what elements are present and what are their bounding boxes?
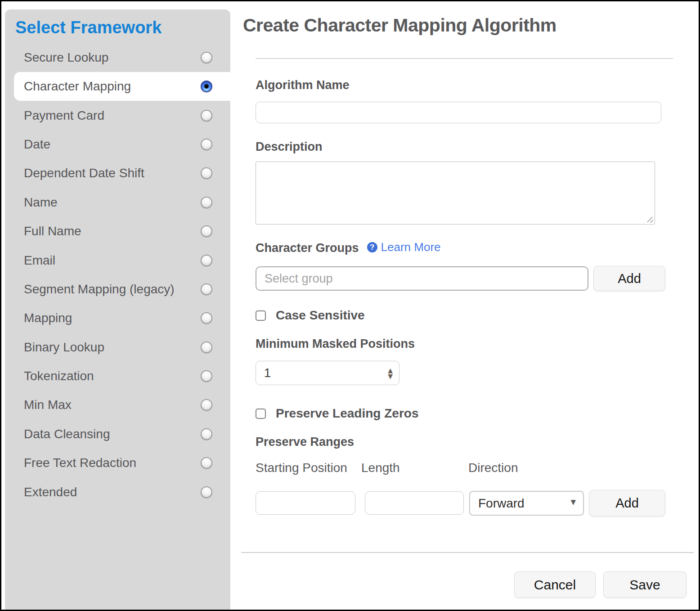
help-icon[interactable]: ?	[367, 242, 377, 252]
framework-option-label: Date	[24, 137, 201, 152]
preserve-leading-zeros-checkbox[interactable]	[256, 409, 266, 419]
framework-option-label: Email	[24, 253, 201, 268]
add-group-button[interactable]: Add	[593, 266, 665, 291]
framework-option-tokenization[interactable]: Tokenization	[14, 362, 230, 391]
resize-handle-icon[interactable]	[647, 217, 653, 223]
case-sensitive-label: Case Sensitive	[276, 308, 365, 323]
framework-option-label: Dependent Date Shift	[24, 166, 201, 180]
radio-button-icon[interactable]	[201, 370, 212, 382]
framework-option-dependent-date-shift[interactable]: Dependent Date Shift	[14, 159, 230, 188]
framework-option-label: Mapping	[24, 311, 201, 325]
framework-option-free-text-redaction[interactable]: Free Text Redaction	[14, 449, 230, 477]
footer-divider	[241, 552, 694, 553]
direction-select[interactable]: Forward ▼	[469, 491, 584, 516]
direction-selected-value: Forward	[478, 496, 570, 511]
add-range-button[interactable]: Add	[589, 490, 665, 517]
radio-button-icon[interactable]	[201, 428, 212, 440]
framework-option-date[interactable]: Date	[14, 130, 230, 159]
description-label: Description	[256, 140, 323, 154]
page-title: Create Character Mapping Algorithm	[243, 15, 556, 36]
framework-option-label: Free Text Redaction	[24, 456, 201, 470]
radio-button-icon[interactable]	[201, 486, 212, 498]
radio-button-icon[interactable]	[201, 52, 212, 63]
radio-button-selected-icon[interactable]	[201, 81, 212, 92]
main-panel: Create Character Mapping Algorithm Algor…	[231, 1, 699, 610]
length-input[interactable]	[365, 491, 464, 515]
sidebar-title: Select Framework	[5, 9, 230, 38]
radio-button-icon[interactable]	[201, 255, 212, 266]
min-masked-spinner[interactable]: 1 ▲ ▼	[256, 361, 399, 385]
framework-option-label: Name	[24, 195, 201, 210]
save-button[interactable]: Save	[603, 571, 687, 598]
preserve-leading-zeros-row: Preserve Leading Zeros	[256, 406, 418, 421]
algorithm-name-label: Algorithm Name	[256, 78, 350, 92]
radio-button-icon[interactable]	[201, 399, 212, 411]
preserve-ranges-label: Preserve Ranges	[256, 435, 354, 449]
radio-button-icon[interactable]	[201, 283, 212, 295]
framework-option-label: Secure Lookup	[24, 50, 201, 65]
framework-option-label: Binary Lookup	[24, 340, 201, 355]
radio-button-icon[interactable]	[201, 110, 212, 121]
starting-position-header: Starting Position	[256, 461, 347, 475]
chevron-down-icon: ▼	[570, 498, 576, 506]
framework-option-data-cleansing[interactable]: Data Cleansing	[14, 420, 230, 449]
select-group-input[interactable]	[256, 266, 588, 291]
radio-button-icon[interactable]	[201, 197, 212, 208]
spinner-down-icon[interactable]: ▼	[388, 373, 393, 379]
framework-option-binary-lookup[interactable]: Binary Lookup	[14, 333, 230, 362]
radio-button-icon[interactable]	[201, 139, 212, 150]
case-sensitive-row: Case Sensitive	[256, 308, 365, 323]
algorithm-name-input[interactable]	[256, 102, 661, 123]
case-sensitive-checkbox[interactable]	[256, 310, 266, 321]
length-header: Length	[361, 461, 400, 475]
framework-option-label: Extended	[24, 485, 201, 499]
framework-option-label: Min Max	[24, 398, 201, 412]
create-character-mapping-dialog: { "sidebar": { "title": "Select Framewor…	[0, 0, 700, 611]
radio-button-icon[interactable]	[201, 312, 212, 324]
character-groups-header: Character Groups ? Learn More	[256, 241, 441, 255]
radio-button-icon[interactable]	[201, 225, 212, 237]
radio-button-icon[interactable]	[201, 341, 212, 353]
framework-option-full-name[interactable]: Full Name	[14, 217, 230, 246]
framework-sidebar: Select Framework Secure Lookup Character…	[5, 9, 230, 610]
framework-option-min-max[interactable]: Min Max	[14, 391, 230, 419]
framework-option-label: Character Mapping	[24, 79, 201, 94]
preserve-leading-zeros-label: Preserve Leading Zeros	[276, 406, 418, 421]
framework-option-secure-lookup[interactable]: Secure Lookup	[14, 43, 230, 72]
framework-option-segment-mapping-legacy[interactable]: Segment Mapping (legacy)	[14, 275, 230, 304]
framework-list: Secure Lookup Character Mapping Payment …	[14, 43, 230, 507]
radio-button-icon[interactable]	[201, 167, 212, 179]
framework-option-name[interactable]: Name	[14, 188, 230, 217]
starting-position-input[interactable]	[256, 491, 355, 515]
framework-option-label: Full Name	[24, 224, 201, 238]
framework-option-label: Tokenization	[24, 369, 201, 383]
spinner-arrows: ▲ ▼	[388, 368, 393, 379]
framework-option-payment-card[interactable]: Payment Card	[14, 101, 230, 130]
framework-option-label: Data Cleansing	[24, 427, 201, 441]
learn-more-link[interactable]: Learn More	[381, 240, 441, 254]
direction-header: Direction	[468, 461, 518, 475]
cancel-button[interactable]: Cancel	[514, 571, 596, 598]
character-groups-label: Character Groups	[256, 241, 359, 255]
min-masked-label: Minimum Masked Positions	[256, 337, 415, 351]
description-textarea[interactable]	[256, 162, 655, 225]
framework-option-character-mapping[interactable]: Character Mapping	[14, 72, 230, 101]
framework-option-email[interactable]: Email	[14, 246, 230, 274]
framework-option-mapping[interactable]: Mapping	[14, 304, 230, 332]
radio-button-icon[interactable]	[201, 457, 212, 469]
framework-option-extended[interactable]: Extended	[14, 477, 230, 506]
min-masked-value[interactable]: 1	[264, 366, 388, 380]
learn-more-group: ? Learn More	[367, 240, 441, 254]
header-divider	[256, 58, 673, 59]
spinner-up-icon[interactable]: ▲	[388, 368, 393, 373]
description-field-wrap	[256, 162, 655, 225]
framework-option-label: Segment Mapping (legacy)	[24, 282, 201, 297]
framework-option-label: Payment Card	[24, 108, 201, 123]
